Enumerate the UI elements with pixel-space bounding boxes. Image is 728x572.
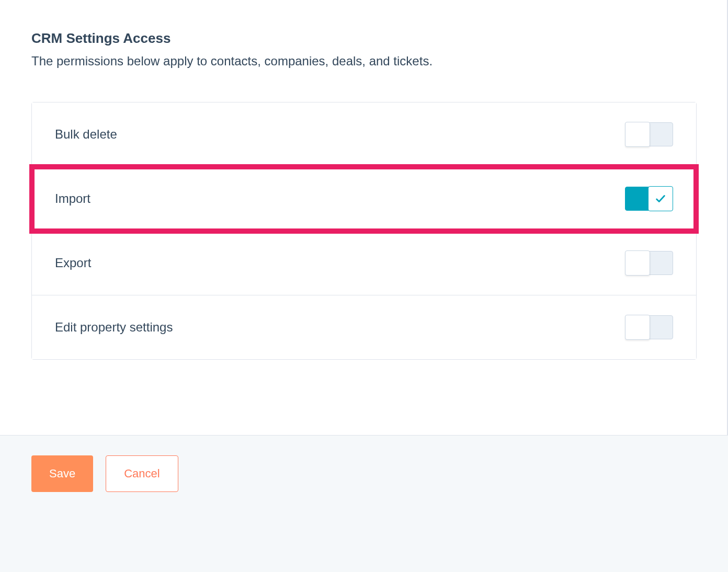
section-description: The permissions below apply to contacts,… xyxy=(31,54,697,68)
toggle-import[interactable] xyxy=(625,187,673,211)
permissions-page: CRM Settings Access The permissions belo… xyxy=(0,0,728,572)
save-button[interactable]: Save xyxy=(31,455,93,492)
section-title: CRM Settings Access xyxy=(31,30,697,47)
permission-label: Edit property settings xyxy=(55,320,173,335)
cancel-button[interactable]: Cancel xyxy=(106,455,178,492)
toggle-edit-property-settings[interactable] xyxy=(625,315,673,339)
permission-row-bulk-delete: Bulk delete xyxy=(32,102,696,167)
toggle-bulk-delete[interactable] xyxy=(625,122,673,146)
toggle-export[interactable] xyxy=(625,251,673,275)
toggle-knob xyxy=(625,250,650,276)
content-area: CRM Settings Access The permissions belo… xyxy=(0,0,728,360)
permission-row-export: Export xyxy=(32,231,696,295)
permissions-list: Bulk delete Import Export xyxy=(31,102,697,360)
permission-row-edit-property-settings: Edit property settings xyxy=(32,295,696,359)
permission-label: Export xyxy=(55,256,91,270)
permission-label: Import xyxy=(55,191,90,206)
permission-row-import: Import xyxy=(32,167,696,231)
toggle-knob xyxy=(648,186,673,211)
footer-bar: Save Cancel xyxy=(0,435,728,572)
toggle-knob xyxy=(625,122,650,147)
permission-label: Bulk delete xyxy=(55,127,117,142)
toggle-knob xyxy=(625,315,650,340)
check-icon xyxy=(655,193,666,204)
